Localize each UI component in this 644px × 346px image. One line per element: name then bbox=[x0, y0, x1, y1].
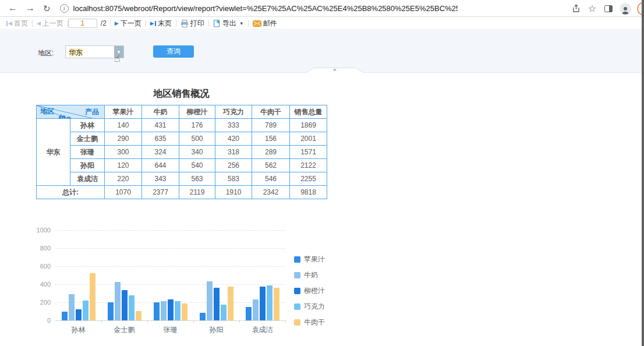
total-value-cell: 1910 bbox=[215, 186, 252, 199]
value-cell: 300 bbox=[105, 146, 142, 159]
sales-bar-chart: 02004006008001000孙林金士鹏张珊孙阳袁成洁苹果汁牛奶柳橙汁巧克力… bbox=[29, 226, 355, 343]
value-cell: 140 bbox=[105, 119, 142, 132]
legend-swatch-icon bbox=[294, 303, 300, 310]
legend-item[interactable]: 苹果汁 bbox=[294, 255, 325, 264]
bar bbox=[207, 281, 213, 320]
chart-legend: 苹果汁牛奶柳橙汁巧克力牛肉干 bbox=[294, 255, 325, 327]
value-cell: 500 bbox=[179, 132, 215, 146]
forward-icon[interactable]: → bbox=[26, 3, 35, 13]
table-row: 华东孙林1404311763337891869 bbox=[37, 119, 327, 132]
bar bbox=[246, 307, 252, 320]
column-header: 巧克力 bbox=[215, 105, 252, 119]
back-icon[interactable]: ← bbox=[8, 3, 17, 13]
y-axis-label: 400 bbox=[22, 281, 51, 288]
value-cell: 635 bbox=[142, 132, 179, 146]
sales-table-body: 华东孙林1404311763337891869金士鹏29063550042015… bbox=[37, 119, 327, 186]
bar bbox=[62, 312, 68, 321]
browser-actions: ☆ bbox=[571, 0, 644, 17]
mail-button[interactable]: 邮件 bbox=[249, 19, 281, 29]
browser-toolbar: ← → ↻ i localhost:8075/webroot/Report/vi… bbox=[0, 0, 644, 17]
value-cell: 2001 bbox=[290, 132, 327, 146]
value-cell: 256 bbox=[215, 159, 252, 172]
legend-item[interactable]: 牛肉干 bbox=[294, 317, 325, 327]
value-cell: 2122 bbox=[290, 159, 327, 172]
bar bbox=[76, 309, 82, 320]
profile-avatar-icon[interactable] bbox=[620, 3, 631, 15]
first-page-button[interactable]: ◀ 首页 bbox=[2, 19, 32, 29]
prev-page-icon: ◀ bbox=[37, 21, 41, 26]
value-cell: 220 bbox=[105, 172, 142, 186]
value-cell: 156 bbox=[252, 132, 290, 146]
salesperson-cell: 孙林 bbox=[70, 119, 105, 132]
value-cell: 1571 bbox=[290, 146, 327, 159]
value-cell: 120 bbox=[105, 159, 142, 172]
bar bbox=[267, 285, 273, 321]
value-cell: 290 bbox=[105, 132, 142, 146]
y-axis-label: 1000 bbox=[22, 227, 51, 234]
legend-label: 柳橙汁 bbox=[304, 286, 325, 296]
corner-label-product: 产品 bbox=[85, 107, 99, 117]
value-cell: 340 bbox=[179, 146, 215, 159]
x-axis-category-label: 张珊 bbox=[147, 325, 193, 335]
column-header: 苹果汁 bbox=[105, 105, 142, 119]
region-value[interactable]: 华东 bbox=[66, 46, 114, 58]
salesperson-cell: 张珊 bbox=[70, 146, 105, 159]
prev-page-button[interactable]: ◀ 上一页 bbox=[33, 19, 68, 29]
bar bbox=[260, 287, 266, 320]
bar bbox=[122, 290, 128, 320]
value-cell: 562 bbox=[252, 159, 290, 172]
table-row: 袁成洁2203435635835462255 bbox=[37, 172, 327, 186]
value-cell: 644 bbox=[142, 159, 179, 172]
bar bbox=[69, 294, 75, 320]
sales-table: 产品 销售员 地区 苹果汁牛奶柳橙汁巧克力牛肉干销售总量 华东孙林1404311… bbox=[36, 105, 327, 199]
bar bbox=[108, 302, 114, 320]
value-cell: 343 bbox=[142, 172, 179, 186]
panel-collapse-handle[interactable] bbox=[306, 67, 364, 73]
region-cell: 华东 bbox=[37, 119, 70, 186]
site-info-icon[interactable]: i bbox=[60, 4, 69, 13]
legend-item[interactable]: 柳橙汁 bbox=[294, 286, 325, 296]
bar bbox=[83, 301, 89, 320]
next-page-icon: ▶ bbox=[115, 21, 119, 26]
query-button[interactable]: 查询 bbox=[153, 45, 194, 58]
table-row: 张珊3003243403182891571 bbox=[37, 146, 327, 159]
bar bbox=[200, 313, 206, 320]
bar bbox=[228, 287, 233, 320]
side-panel-icon[interactable] bbox=[603, 3, 614, 14]
legend-item[interactable]: 牛奶 bbox=[294, 270, 325, 280]
bookmark-star-icon[interactable]: ☆ bbox=[587, 3, 597, 14]
region-label: 地区: bbox=[38, 48, 54, 58]
legend-item[interactable]: 巧克力 bbox=[294, 302, 325, 312]
report-title: 地区销售概况 bbox=[36, 88, 327, 100]
table-row: 孙阳1206445402565622122 bbox=[37, 159, 327, 172]
legend-swatch-icon bbox=[294, 256, 300, 263]
total-value-cell: 2377 bbox=[142, 186, 179, 199]
page-number-input[interactable] bbox=[68, 19, 97, 28]
bar bbox=[90, 273, 95, 320]
print-button[interactable]: 打印 bbox=[176, 19, 208, 29]
bar bbox=[182, 303, 187, 320]
column-header: 牛肉干 bbox=[252, 105, 290, 119]
value-cell: 333 bbox=[215, 119, 252, 132]
x-axis-category-label: 孙林 bbox=[55, 325, 101, 335]
address-bar[interactable]: localhost:8075/webroot/Report/view/repor… bbox=[73, 4, 458, 13]
bar-group bbox=[101, 230, 147, 320]
value-cell: 2255 bbox=[290, 172, 327, 186]
x-axis-line bbox=[55, 320, 285, 321]
y-axis-label: 600 bbox=[22, 263, 51, 270]
next-page-button[interactable]: ▶ 下一页 bbox=[111, 19, 146, 29]
axis-tick bbox=[285, 320, 286, 323]
diagonal-header-cell: 产品 销售员 地区 bbox=[37, 105, 105, 119]
last-page-button[interactable]: ▶ 末页 bbox=[146, 19, 176, 29]
export-icon bbox=[213, 19, 221, 27]
table-row: 金士鹏2906355004201562001 bbox=[37, 132, 327, 146]
bar bbox=[154, 302, 160, 320]
value-cell: 318 bbox=[215, 146, 252, 159]
refresh-icon[interactable]: ↻ bbox=[43, 4, 51, 13]
salesperson-cell: 金士鹏 bbox=[70, 132, 105, 146]
screen: ← → ↻ i localhost:8075/webroot/Report/vi… bbox=[0, 0, 644, 346]
x-axis-category-label: 袁成洁 bbox=[239, 325, 285, 335]
export-button[interactable]: 导出 ▼ bbox=[209, 19, 248, 29]
report-toolbar: ◀ 首页 ◀ 上一页 /2 ▶ 下一页 ▶ 末页 打印 导出 ▼ bbox=[0, 17, 644, 30]
share-icon[interactable] bbox=[571, 3, 581, 14]
